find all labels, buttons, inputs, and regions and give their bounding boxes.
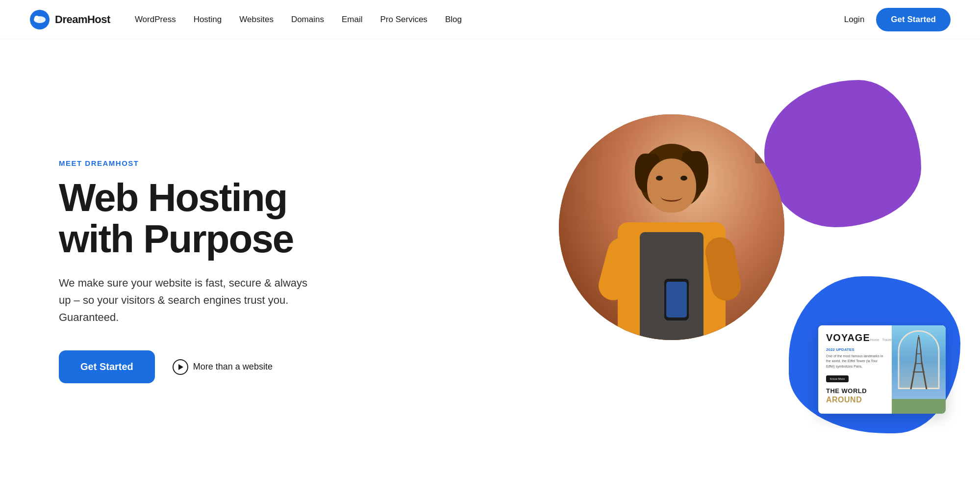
person-smile <box>661 192 682 202</box>
hero-right: VOYAGE Home Travels Blog 2022 UPDATES On… <box>549 100 951 443</box>
person-phone <box>664 279 689 320</box>
logo-link[interactable]: DreamHost <box>29 9 110 30</box>
nav-get-started-button[interactable]: Get Started <box>876 8 951 31</box>
person-body <box>618 222 726 340</box>
person-arm-right <box>704 235 744 302</box>
person-arm-left <box>596 234 641 303</box>
hero-actions: Get Started More than a website <box>59 350 549 383</box>
voyage-description: One of the most famous landmarks in the … <box>826 354 884 370</box>
dreamhost-logo-icon <box>29 9 50 30</box>
hero-description: We make sure your website is fast, secur… <box>59 274 314 326</box>
voyage-card-title: VOYAGE <box>826 332 870 344</box>
nav-item-email[interactable]: Email <box>342 15 363 25</box>
nav-item-wordpress[interactable]: WordPress <box>135 15 176 25</box>
voyage-know-more-button[interactable]: Know More <box>826 375 849 382</box>
person-eye-left <box>656 176 663 181</box>
voyage-card-body: VOYAGE Home Travels Blog 2022 UPDATES On… <box>818 325 946 414</box>
hero-title-line2: with Purpose <box>59 217 293 261</box>
voyage-card: VOYAGE Home Travels Blog 2022 UPDATES On… <box>818 325 946 414</box>
nav-item-blog[interactable]: Blog <box>445 15 462 25</box>
voyage-card-content: VOYAGE Home Travels Blog 2022 UPDATES On… <box>818 325 892 414</box>
login-button[interactable]: Login <box>844 15 865 25</box>
nav-links: WordPress Hosting Websites Domains Email… <box>135 15 844 25</box>
voyage-nav-home: Home <box>870 338 879 342</box>
logo-text: DreamHost <box>55 13 110 26</box>
eiffel-tower-icon <box>908 335 930 389</box>
phone-screen <box>666 282 687 318</box>
workshop-item-2 <box>569 119 593 139</box>
nav-item-hosting[interactable]: Hosting <box>194 15 222 25</box>
purple-blob <box>764 80 921 227</box>
hero-photo-circle <box>559 114 784 340</box>
voyage-image <box>892 325 946 414</box>
voyage-the-world: THE WORLD <box>826 387 884 395</box>
voyage-update-label: 2022 UPDATES <box>826 347 884 352</box>
play-icon <box>173 359 188 375</box>
hero-title-line1: Web Hosting <box>59 176 287 219</box>
svg-point-2 <box>34 16 39 21</box>
nav-right: Login Get Started <box>844 8 951 31</box>
hero-photo-inner <box>559 114 784 340</box>
nav-item-pro-services[interactable]: Pro Services <box>380 15 427 25</box>
hero-title: Web Hosting with Purpose <box>59 177 549 260</box>
person-container <box>559 114 784 340</box>
voyage-ground <box>892 399 946 414</box>
workshop-item-1 <box>755 124 770 163</box>
navigation: DreamHost WordPress Hosting Websites Dom… <box>0 0 980 39</box>
nav-item-domains[interactable]: Domains <box>291 15 324 25</box>
voyage-header-row: VOYAGE Home Travels Blog <box>826 332 884 344</box>
hero-section: MEET DREAMHOST Web Hosting with Purpose … <box>0 39 980 503</box>
voyage-around: AROUND <box>826 395 884 404</box>
meet-label: MEET DREAMHOST <box>59 159 549 167</box>
hero-left: MEET DREAMHOST Web Hosting with Purpose … <box>59 159 549 384</box>
more-link-text: More than a website <box>193 362 273 372</box>
more-than-website-link[interactable]: More than a website <box>173 359 273 375</box>
person-face <box>647 159 696 212</box>
hero-get-started-button[interactable]: Get Started <box>59 350 155 383</box>
nav-item-websites[interactable]: Websites <box>239 15 274 25</box>
voyage-world-text: THE WORLD AROUND <box>826 387 884 404</box>
person-eye-right <box>680 176 687 181</box>
